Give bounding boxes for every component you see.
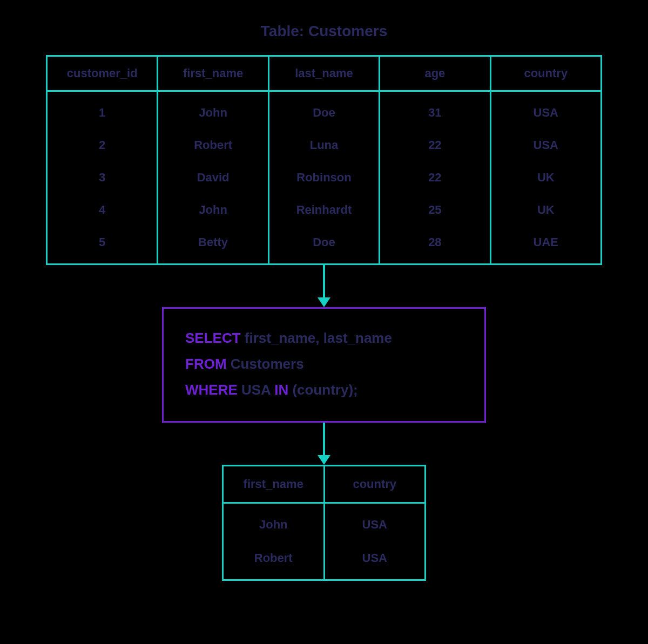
cell: Reinhardt <box>268 194 379 227</box>
result-thead: first_name country <box>223 466 426 503</box>
col-header: country <box>490 56 601 91</box>
cell: USA <box>324 503 426 542</box>
cell: 3 <box>47 162 158 194</box>
table-row: 5 Betty Doe 28 UAE <box>47 227 602 265</box>
col-header: customer_id <box>47 56 158 91</box>
customers-thead: customer_id first_name last_name age cou… <box>47 56 602 91</box>
sql-text: USA <box>238 382 274 398</box>
table-row: 2 Robert Luna 22 USA <box>47 130 602 162</box>
cell: USA <box>490 91 601 130</box>
cell: UK <box>490 194 601 227</box>
diagram-title: Table: Customers <box>261 23 387 40</box>
sql-keyword: WHERE <box>185 382 238 398</box>
sql-line: FROM Customers <box>185 351 463 377</box>
cell: 31 <box>380 91 490 130</box>
cell: Robinson <box>268 162 379 194</box>
cell: 28 <box>380 227 490 265</box>
cell: UAE <box>490 227 601 265</box>
col-header: age <box>380 56 490 91</box>
cell: 22 <box>380 162 490 194</box>
sql-query-box: SELECT first_name, last_name FROM Custom… <box>162 307 486 423</box>
cell: Doe <box>268 227 379 265</box>
sql-keyword: SELECT <box>185 330 241 346</box>
table-row: Robert USA <box>223 541 426 580</box>
cell: David <box>158 162 268 194</box>
col-header: last_name <box>268 56 379 91</box>
sql-line: WHERE USA IN (country); <box>185 377 463 403</box>
cell: John <box>158 194 268 227</box>
arrow-down-icon <box>312 265 336 307</box>
result-table: first_name country John USA Robert USA <box>222 465 426 581</box>
cell: John <box>223 503 325 542</box>
cell: USA <box>324 541 426 580</box>
sql-text: (country); <box>288 382 358 398</box>
sql-keyword: FROM <box>185 356 227 372</box>
cell: Robert <box>158 130 268 162</box>
cell: Robert <box>223 541 325 580</box>
table-row: 3 David Robinson 22 UK <box>47 162 602 194</box>
table-row: 1 John Doe 31 USA <box>47 91 602 130</box>
result-tbody: John USA Robert USA <box>223 503 426 580</box>
table-row: John USA <box>223 503 426 542</box>
cell: UK <box>490 162 601 194</box>
cell: 1 <box>47 91 158 130</box>
sql-keyword: IN <box>274 382 288 398</box>
sql-text: Customers <box>227 356 304 372</box>
customers-tbody: 1 John Doe 31 USA 2 Robert Luna 22 USA 3… <box>47 91 602 265</box>
table-row: 4 John Reinhardt 25 UK <box>47 194 602 227</box>
cell: 2 <box>47 130 158 162</box>
cell: 5 <box>47 227 158 265</box>
sql-line: SELECT first_name, last_name <box>185 325 463 351</box>
cell: Luna <box>268 130 379 162</box>
col-header: first_name <box>223 466 325 503</box>
col-header: country <box>324 466 426 503</box>
cell: Betty <box>158 227 268 265</box>
cell: John <box>158 91 268 130</box>
cell: 22 <box>380 130 490 162</box>
customers-table: customer_id first_name last_name age cou… <box>46 55 602 265</box>
sql-text: first_name, last_name <box>241 330 392 346</box>
arrow-down-icon <box>312 423 336 465</box>
cell: Doe <box>268 91 379 130</box>
cell: USA <box>490 130 601 162</box>
cell: 4 <box>47 194 158 227</box>
cell: 25 <box>380 194 490 227</box>
col-header: first_name <box>158 56 268 91</box>
